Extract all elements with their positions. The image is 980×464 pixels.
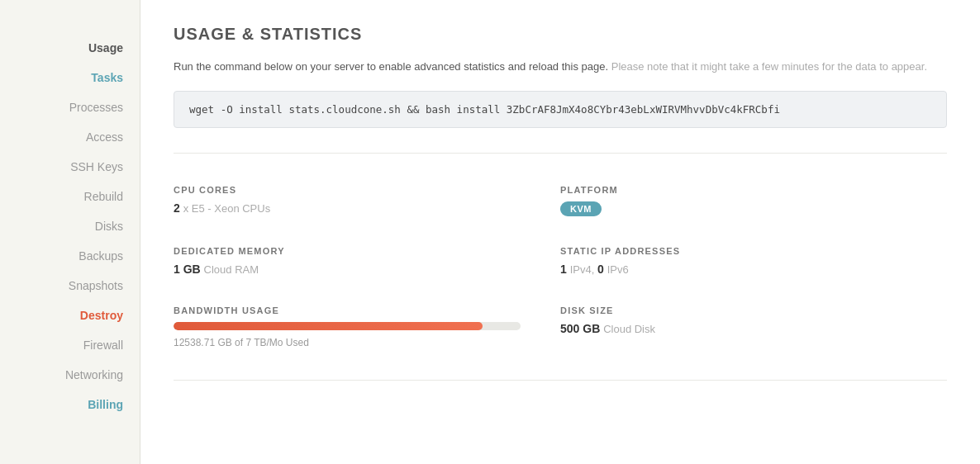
divider-bottom	[174, 380, 947, 381]
sidebar-item-snapshots[interactable]: Snapshots	[0, 271, 140, 301]
cpu-cores-value: 2 x E5 - Xeon CPUs	[174, 201, 560, 215]
page-title: USAGE & STATISTICS	[174, 25, 947, 44]
sidebar-item-processes[interactable]: Processes	[0, 92, 140, 122]
divider-top	[174, 153, 947, 154]
sidebar-item-billing[interactable]: Billing	[0, 390, 140, 419]
platform-label: PLATFORM	[560, 185, 947, 195]
memory-label: DEDICATED MEMORY	[174, 246, 560, 256]
sidebar-item-rebuild[interactable]: Rebuild	[0, 182, 140, 211]
memory-value: 1 GB Cloud RAM	[174, 263, 560, 276]
command-box[interactable]: wget -O install stats.cloudcone.sh && ba…	[174, 91, 947, 128]
bandwidth-text: 12538.71 GB of 7 TB/Mo Used	[174, 337, 560, 348]
cpu-cores-label: CPU CORES	[174, 185, 560, 195]
intro-paragraph: Run the command below on your server to …	[174, 59, 947, 76]
stats-grid: CPU CORES 2 x E5 - Xeon CPUs PLATFORM KV…	[174, 170, 947, 363]
sidebar-item-destroy[interactable]: Destroy	[0, 301, 140, 330]
sidebar-item-disks[interactable]: Disks	[0, 211, 140, 241]
static-ip-value: 1 IPv4, 0 IPv6	[560, 263, 947, 276]
sidebar-item-ssh-keys[interactable]: SSH Keys	[0, 152, 140, 182]
intro-note-text: Please note that it might take a few min…	[611, 60, 927, 73]
sidebar-item-usage[interactable]: Usage	[0, 33, 140, 63]
main-content: USAGE & STATISTICS Run the command below…	[140, 0, 980, 464]
sidebar-item-access[interactable]: Access	[0, 122, 140, 152]
disk-size-value: 500 GB Cloud Disk	[560, 322, 947, 335]
bandwidth-label: BANDWIDTH USAGE	[174, 305, 560, 315]
static-ip-label: STATIC IP ADDRESSES	[560, 246, 947, 256]
disk-size-label: DISK SIZE	[560, 305, 947, 315]
stat-platform: PLATFORM KVM	[560, 170, 947, 231]
stat-memory: DEDICATED MEMORY 1 GB Cloud RAM	[174, 231, 560, 291]
stat-disk-size: DISK SIZE 500 GB Cloud Disk	[560, 291, 947, 363]
sidebar-item-networking[interactable]: Networking	[0, 360, 140, 390]
sidebar-item-backups[interactable]: Backups	[0, 241, 140, 271]
intro-main-text: Run the command below on your server to …	[174, 60, 608, 73]
bandwidth-bar-container	[174, 322, 521, 330]
sidebar-item-firewall[interactable]: Firewall	[0, 330, 140, 360]
stat-cpu-cores: CPU CORES 2 x E5 - Xeon CPUs	[174, 170, 560, 231]
stat-bandwidth: BANDWIDTH USAGE 12538.71 GB of 7 TB/Mo U…	[174, 291, 560, 363]
sidebar: Usage Tasks Processes Access SSH Keys Re…	[0, 0, 140, 464]
sidebar-item-tasks[interactable]: Tasks	[0, 63, 140, 92]
command-text: wget -O install stats.cloudcone.sh && ba…	[189, 103, 780, 116]
platform-value: KVM	[560, 201, 947, 216]
bandwidth-bar-fill	[174, 322, 483, 330]
stat-static-ip: STATIC IP ADDRESSES 1 IPv4, 0 IPv6	[560, 231, 947, 291]
kvm-badge: KVM	[560, 201, 602, 216]
